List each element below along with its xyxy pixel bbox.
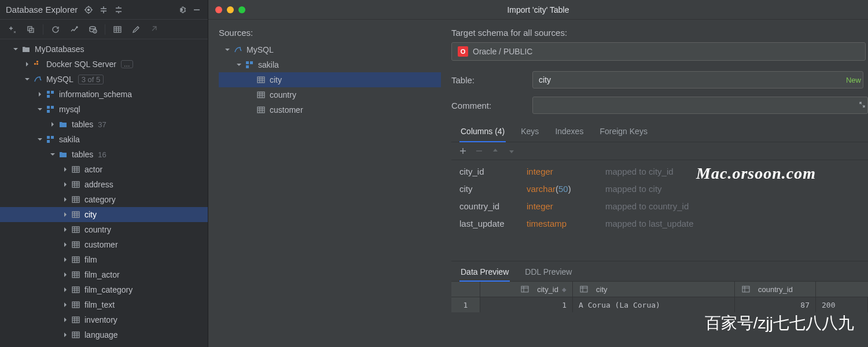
gear-icon[interactable] (176, 5, 187, 15)
table-name-input[interactable] (532, 71, 863, 88)
tab-columns[interactable]: Columns (4) (459, 122, 506, 142)
minimize-window-icon[interactable] (227, 6, 234, 13)
schema-icon (45, 134, 56, 145)
svg-rect-27 (72, 272, 79, 278)
more-badge[interactable]: … (121, 60, 133, 68)
src-table-customer[interactable]: customer (219, 102, 441, 117)
database-tree[interactable]: MyDatabases Docker SQL Server … MySQL 3 … (0, 39, 208, 347)
tree-label: MyDatabases (35, 45, 84, 54)
tab-data-preview[interactable]: Data Preview (459, 261, 510, 281)
tree-table-address[interactable]: address (0, 177, 208, 192)
svg-rect-20 (72, 167, 79, 172)
duplicate-icon[interactable] (24, 23, 37, 36)
table-icon (71, 179, 81, 190)
tree-table-film[interactable]: film (0, 252, 208, 267)
close-window-icon[interactable] (215, 6, 222, 13)
tree-mysql[interactable]: MySQL 3 of 5 (0, 72, 208, 87)
tab-foreign-keys[interactable]: Foreign Keys (598, 122, 648, 142)
refresh-icon[interactable] (49, 23, 62, 36)
sources-tree[interactable]: MySQL sakila city country customer (219, 42, 441, 117)
move-down-icon[interactable] (506, 146, 517, 156)
collapse-all-icon[interactable] (113, 5, 124, 15)
database-explorer-panel: Database Explorer MyDatabases (0, 0, 208, 347)
chevron-right-icon (61, 195, 69, 204)
column-row-last_update[interactable]: last_update timestamp mapped to last_upd… (459, 215, 860, 232)
schema-icon (244, 60, 255, 70)
table-icon (256, 90, 266, 100)
preview-grid-row[interactable]: 1 1 A Corua (La Corua) 87 200 (451, 297, 868, 312)
jump-icon[interactable] (148, 23, 161, 36)
tree-label: tables (72, 120, 93, 129)
column-row-city[interactable]: city varchar(50) mapped to city (459, 180, 860, 197)
svg-rect-22 (72, 197, 79, 202)
table-view-icon[interactable] (111, 23, 124, 36)
tree-schema-information[interactable]: information_schema (0, 87, 208, 102)
src-sakila[interactable]: sakila (219, 57, 441, 72)
column-name: last_update (459, 219, 527, 228)
tree-table-category[interactable]: category (0, 192, 208, 207)
table-icon (71, 300, 81, 310)
column-mapping: mapped to city_id (605, 167, 674, 176)
svg-rect-15 (51, 106, 54, 109)
expand-icon[interactable] (859, 101, 866, 110)
src-mysql[interactable]: MySQL (219, 42, 441, 57)
target-schema-select[interactable]: O Oracle / PUBLIC (451, 42, 866, 61)
table-label: Table: (451, 75, 527, 85)
tree-table-country[interactable]: country (0, 222, 208, 237)
tree-table-city[interactable]: city (0, 207, 208, 222)
tree-table-film_text[interactable]: film_text (0, 297, 208, 312)
src-table-country[interactable]: country (219, 87, 441, 102)
maximize-window-icon[interactable] (238, 6, 245, 13)
move-up-icon[interactable] (490, 146, 501, 156)
column-row-country_id[interactable]: country_id integer mapped to country_id (459, 197, 860, 215)
column-mapping: mapped to country_id (605, 201, 689, 211)
tree-schema-sakila[interactable]: sakila (0, 132, 208, 147)
column-name: city (459, 184, 527, 194)
grid-col-city-id[interactable]: city_id◆ (480, 282, 573, 297)
tree-tables-folder[interactable]: tables 37 (0, 117, 208, 132)
src-table-city[interactable]: city (219, 72, 441, 87)
chevron-right-icon (61, 241, 69, 249)
add-datasource-icon[interactable] (6, 23, 19, 36)
svg-rect-34 (246, 65, 249, 68)
tree-table-language[interactable]: language (0, 327, 208, 342)
column-type: varchar(50) (527, 184, 605, 194)
stop-icon[interactable] (86, 23, 99, 36)
sort-icon: ◆ (562, 286, 567, 293)
column-icon (741, 284, 751, 294)
expand-all-icon[interactable] (98, 5, 109, 15)
tree-table-actor[interactable]: actor (0, 162, 208, 177)
tree-label: sakila (258, 60, 279, 69)
tree-table-customer[interactable]: customer (0, 237, 208, 252)
target-icon[interactable] (83, 5, 94, 15)
tree-label: address (84, 180, 113, 189)
tree-table-inventory[interactable]: inventory (0, 312, 208, 327)
tab-ddl-preview[interactable]: DDL Preview (524, 261, 573, 281)
tab-indexes[interactable]: Indexes (554, 122, 584, 142)
svg-rect-13 (47, 95, 50, 98)
schema-icon (45, 89, 56, 99)
column-row-city_id[interactable]: city_id integer mapped to city_id (459, 163, 860, 180)
column-tabs: Columns (4) Keys Indexes Foreign Keys (451, 122, 868, 142)
tree-table-film_actor[interactable]: film_actor (0, 267, 208, 282)
tree-root-mydatabases[interactable]: MyDatabases (0, 42, 208, 57)
svg-point-1 (88, 9, 90, 10)
edit-icon[interactable] (130, 23, 142, 36)
tree-table-film_category[interactable]: film_category (0, 282, 208, 297)
remove-icon[interactable] (473, 146, 485, 156)
tree-docker-sql[interactable]: Docker SQL Server … (0, 57, 208, 72)
add-icon[interactable] (457, 146, 469, 156)
svg-rect-21 (72, 182, 79, 187)
tree-schema-mysql[interactable]: mysql (0, 102, 208, 117)
comment-input[interactable] (532, 97, 868, 114)
columns-list: city_id integer mapped to city_id city v… (451, 160, 868, 243)
table-icon (71, 209, 81, 220)
diagnose-icon[interactable] (68, 23, 80, 36)
minimize-icon[interactable] (192, 5, 202, 15)
tab-keys[interactable]: Keys (520, 122, 540, 142)
tree-label: MySQL (247, 45, 274, 54)
cell: A Corua (La Corua) (573, 297, 735, 312)
grid-col-city[interactable]: city (573, 282, 735, 297)
tree-tables-folder-sakila[interactable]: tables 16 (0, 147, 208, 162)
grid-col-country-id[interactable]: country_id (735, 282, 816, 297)
